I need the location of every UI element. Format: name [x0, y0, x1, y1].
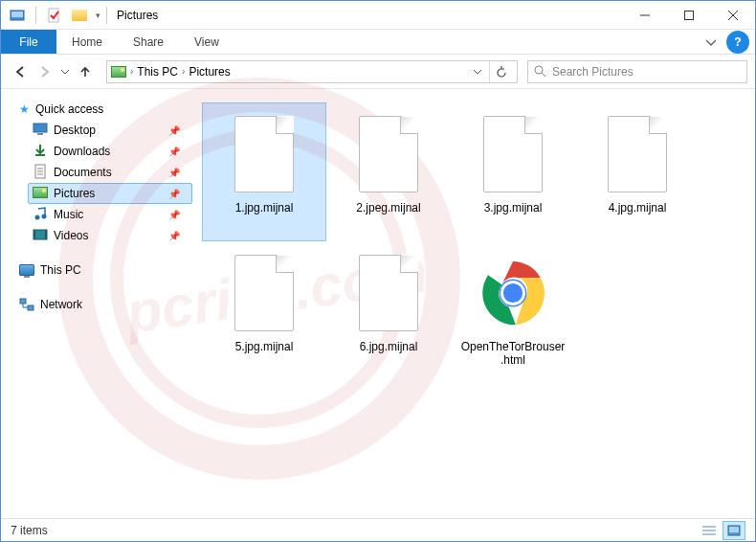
svg-line-8 [542, 73, 545, 77]
status-bar: 7 items [1, 518, 755, 541]
ribbon-expand-icon[interactable] [698, 30, 724, 54]
navigation-bar: › This PC › Pictures [1, 55, 755, 89]
sidebar-item-label: Pictures [54, 187, 95, 200]
qat-app-icon[interactable] [7, 5, 28, 26]
downloads-icon [33, 143, 48, 161]
file-name: 5.jpg.mijnal [235, 340, 294, 353]
search-input[interactable] [552, 65, 741, 79]
quick-access-header[interactable]: ★ Quick access [14, 99, 192, 120]
minimize-button[interactable] [623, 1, 667, 30]
tab-view[interactable]: View [179, 30, 234, 54]
file-name: 3.jpg.mijnal [484, 201, 543, 215]
svg-rect-10 [37, 133, 43, 135]
blank-file-icon [608, 116, 667, 192]
forward-button[interactable] [33, 60, 56, 83]
sidebar-item-pictures[interactable]: Pictures📌 [28, 183, 192, 204]
file-name: OpenTheTorBrouser.html [460, 340, 566, 368]
file-name: 6.jpg.mijnal [360, 340, 418, 353]
pin-icon: 📌 [168, 168, 180, 178]
blank-file-icon [234, 255, 294, 331]
address-dropdown-icon[interactable] [470, 65, 485, 79]
qat-new-folder-icon[interactable] [69, 5, 90, 26]
qat-dropdown-icon[interactable]: ▾ [94, 11, 102, 20]
close-button[interactable] [711, 1, 755, 30]
svg-rect-30 [729, 527, 739, 532]
network-item[interactable]: Network [14, 294, 192, 315]
computer-icon [19, 264, 34, 276]
file-item[interactable]: 6.jpg.mijnal [326, 241, 451, 380]
star-icon: ★ [19, 102, 30, 116]
blank-file-icon [234, 116, 294, 192]
svg-rect-20 [45, 230, 47, 239]
sidebar-item-label: Music [54, 208, 83, 221]
up-button[interactable] [74, 60, 97, 83]
pin-icon: 📌 [168, 147, 180, 157]
refresh-button[interactable] [489, 61, 513, 82]
file-item[interactable]: 1.jpg.mijnal [202, 102, 326, 241]
sidebar-item-desktop[interactable]: Desktop📌 [28, 120, 192, 141]
this-pc-item[interactable]: This PC [14, 260, 192, 281]
sidebar-item-label: Documents [54, 166, 112, 179]
svg-rect-21 [20, 299, 26, 304]
chrome-icon [478, 256, 547, 330]
sidebar-item-downloads[interactable]: Downloads📌 [28, 141, 192, 162]
sidebar-item-documents[interactable]: Documents📌 [28, 162, 192, 183]
svg-rect-19 [33, 230, 35, 239]
thumbnails-view-button[interactable] [723, 521, 745, 540]
svg-rect-18 [33, 230, 47, 239]
tab-share[interactable]: Share [118, 30, 179, 54]
pin-icon: 📌 [168, 189, 180, 199]
files-area[interactable]: 1.jpg.mijnal2.jpeg.mijnal3.jpg.mijnal4.j… [192, 89, 755, 520]
music-icon [33, 206, 48, 224]
pin-icon: 📌 [168, 125, 180, 136]
this-pc-label: This PC [40, 263, 81, 277]
details-view-button[interactable] [698, 521, 721, 540]
qat-properties-icon[interactable] [44, 5, 65, 26]
network-label: Network [40, 298, 82, 311]
window-title: Pictures [117, 9, 158, 22]
sidebar-item-label: Downloads [54, 145, 110, 158]
sidebar-item-label: Videos [54, 229, 88, 242]
file-item[interactable]: OpenTheTorBrouser.html [451, 241, 575, 380]
network-icon [19, 297, 34, 312]
search-box[interactable] [527, 60, 747, 83]
svg-rect-2 [49, 9, 58, 22]
navigation-pane: ★ Quick access Desktop📌Downloads📌Documen… [1, 89, 192, 520]
help-button[interactable]: ? [726, 31, 749, 54]
folder-type-icon [111, 66, 126, 78]
sidebar-item-videos[interactable]: Videos📌 [28, 225, 192, 246]
pin-icon: 📌 [168, 231, 180, 241]
file-item[interactable]: 5.jpg.mijnal [202, 241, 326, 380]
chevron-right-icon[interactable]: › [182, 66, 185, 77]
blank-file-icon [483, 116, 543, 192]
sidebar-item-label: Desktop [54, 124, 96, 137]
maximize-button[interactable] [667, 1, 711, 30]
blank-file-icon [359, 116, 418, 192]
svg-point-16 [35, 215, 40, 219]
ribbon: File Home Share View ? [1, 30, 755, 55]
file-item[interactable]: 3.jpg.mijnal [451, 102, 575, 241]
address-bar[interactable]: › This PC › Pictures [106, 60, 518, 83]
pictures-icon [33, 187, 48, 201]
svg-rect-9 [33, 124, 47, 132]
pin-icon: 📌 [168, 210, 180, 220]
svg-rect-4 [685, 11, 694, 19]
file-name: 4.jpg.mijnal [609, 201, 667, 215]
svg-rect-22 [28, 305, 33, 310]
item-count: 7 items [11, 524, 48, 537]
breadcrumb-current[interactable]: Pictures [189, 65, 230, 79]
file-name: 2.jpeg.mijnal [356, 201, 420, 215]
chevron-right-icon[interactable]: › [130, 66, 133, 77]
file-item[interactable]: 2.jpeg.mijnal [326, 102, 451, 241]
file-name: 1.jpg.mijnal [235, 201, 294, 215]
file-tab[interactable]: File [1, 30, 56, 54]
back-button[interactable] [9, 60, 32, 83]
sidebar-item-music[interactable]: Music📌 [28, 204, 192, 225]
videos-icon [33, 227, 48, 245]
recent-dropdown-icon[interactable] [58, 60, 72, 83]
breadcrumb-root[interactable]: This PC [137, 65, 178, 79]
documents-icon [33, 164, 48, 182]
file-item[interactable]: 4.jpg.mijnal [575, 102, 700, 241]
blank-file-icon [359, 255, 418, 331]
tab-home[interactable]: Home [56, 30, 118, 54]
